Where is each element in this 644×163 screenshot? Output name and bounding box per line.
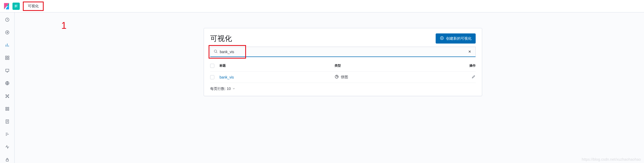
- nav-uptime[interactable]: [4, 144, 10, 150]
- svg-point-8: [6, 95, 6, 95]
- row-checkbox[interactable]: [210, 75, 214, 79]
- visualizations-table: 标题 类型 操作 bank_vis 饼图: [204, 60, 482, 83]
- bar-chart-icon: [5, 43, 10, 48]
- globe-icon: [5, 81, 10, 86]
- select-all-checkbox[interactable]: [210, 64, 214, 68]
- side-nav: [0, 12, 15, 163]
- svg-rect-2: [5, 56, 7, 58]
- dashboard-icon: [5, 55, 10, 61]
- column-header-title[interactable]: 标题: [220, 63, 335, 68]
- table-row: bank_vis 饼图: [210, 72, 476, 83]
- canvas-icon: [5, 68, 10, 74]
- svg-point-10: [6, 97, 6, 98]
- svg-rect-5: [8, 58, 9, 60]
- svg-point-12: [7, 96, 8, 96]
- nav-ml[interactable]: [4, 93, 10, 99]
- svg-point-11: [8, 97, 9, 98]
- nav-maps[interactable]: [4, 81, 10, 87]
- space-initial: 默: [15, 4, 18, 8]
- clock-icon: [5, 17, 10, 23]
- search-icon: [214, 49, 218, 54]
- create-button-label: 创建新的可视化: [446, 36, 472, 41]
- svg-rect-16: [8, 109, 9, 110]
- svg-rect-3: [8, 56, 9, 58]
- svg-rect-4: [5, 58, 7, 60]
- nav-siem[interactable]: [4, 157, 10, 163]
- column-header-actions: 操作: [460, 63, 476, 68]
- watermark: https://blog.csdn.net/xuzhaohaohao: [582, 157, 641, 161]
- nav-discover[interactable]: [4, 30, 10, 36]
- search-input[interactable]: [220, 50, 467, 54]
- visualization-type: 饼图: [341, 75, 348, 80]
- uptime-icon: [5, 145, 10, 150]
- svg-rect-6: [6, 69, 9, 72]
- nav-logs[interactable]: [4, 119, 10, 125]
- rows-per-page[interactable]: 每页行数: 10: [204, 83, 482, 94]
- svg-point-20: [214, 50, 217, 52]
- annotation-one: 1: [61, 20, 67, 31]
- chevron-down-icon: [232, 87, 235, 91]
- nav-canvas[interactable]: [4, 68, 10, 74]
- table-header: 标题 类型 操作: [210, 60, 476, 72]
- search-field[interactable]: [210, 47, 476, 57]
- breadcrumb[interactable]: 可视化: [23, 2, 44, 11]
- svg-point-1: [5, 31, 9, 34]
- svg-rect-18: [6, 159, 8, 161]
- clear-search-button[interactable]: [467, 49, 472, 55]
- kibana-logo[interactable]: [3, 3, 10, 10]
- edit-button[interactable]: [472, 75, 476, 80]
- visualize-panel: 可视化 创建新的可视化 标题 类型 操作 bank_vis 饼图: [204, 28, 482, 96]
- rows-per-page-label: 每页行数: 10: [210, 87, 231, 91]
- column-header-type[interactable]: 类型: [335, 63, 460, 68]
- nav-apm[interactable]: [4, 132, 10, 138]
- lock-icon: [5, 157, 10, 163]
- compass-icon: [5, 30, 10, 36]
- svg-point-9: [8, 95, 9, 95]
- breadcrumb-label: 可视化: [28, 4, 39, 8]
- close-icon: [468, 50, 471, 54]
- panel-header: 可视化 创建新的可视化: [204, 28, 482, 47]
- page-title: 可视化: [210, 34, 232, 44]
- pencil-icon: [472, 75, 476, 80]
- apm-icon: [5, 132, 10, 137]
- nav-dashboard[interactable]: [4, 55, 10, 61]
- nav-recently-viewed[interactable]: [4, 17, 10, 23]
- plus-circle-icon: [440, 36, 444, 41]
- nav-visualize[interactable]: [4, 42, 10, 48]
- create-visualization-button[interactable]: 创建新的可视化: [436, 33, 476, 44]
- top-header: 默 可视化: [0, 0, 644, 12]
- infrastructure-icon: [5, 107, 10, 112]
- logs-icon: [5, 119, 10, 125]
- visualization-link[interactable]: bank_vis: [220, 75, 234, 79]
- svg-rect-15: [6, 109, 7, 110]
- ml-icon: [5, 94, 10, 99]
- svg-rect-13: [6, 107, 7, 109]
- pie-chart-icon: [335, 75, 339, 80]
- svg-rect-14: [8, 107, 9, 109]
- space-selector[interactable]: 默: [12, 3, 20, 10]
- search-wrap: [204, 47, 482, 57]
- nav-infrastructure[interactable]: [4, 106, 10, 112]
